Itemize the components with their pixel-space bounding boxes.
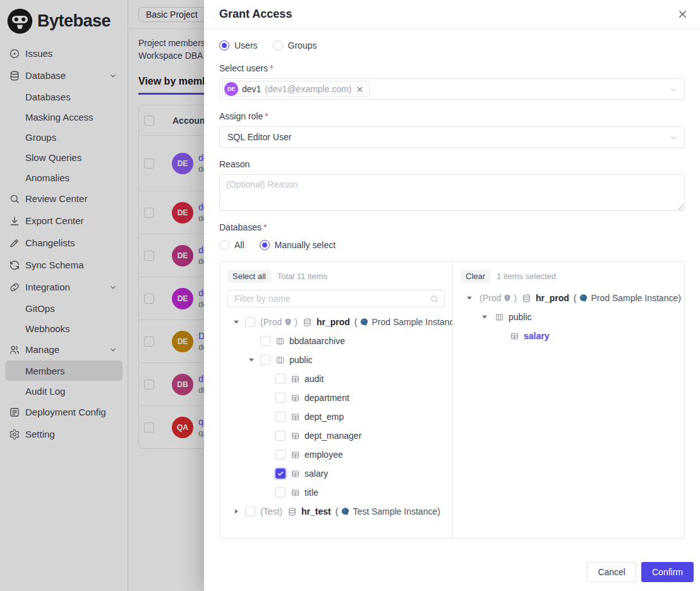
tree-node-employee[interactable]: employee: [227, 445, 445, 464]
collapse-icon[interactable]: [480, 312, 490, 322]
collapse-icon[interactable]: [231, 317, 241, 327]
tree-node-salary[interactable]: salary: [461, 326, 677, 345]
radio-users-control[interactable]: [219, 40, 229, 51]
table-icon: [291, 469, 300, 479]
node-checkbox[interactable]: [275, 412, 286, 422]
source-pane-header: Select all Total 11 items: [227, 268, 445, 284]
user-email: (dev1@example.com): [265, 84, 351, 94]
node-checkbox[interactable]: [260, 336, 270, 346]
modal-title: Grant Access: [219, 8, 292, 21]
node-checkbox[interactable]: [245, 506, 255, 516]
radio-groups-label: Groups: [288, 40, 317, 51]
tree-node-bbdataarchive[interactable]: bbdataarchive: [227, 331, 445, 350]
selected-items-count: 1 items selected: [497, 272, 556, 281]
tree-node-hr_prod[interactable]: (Prod)hr_prod(Prod Sample Instance): [461, 289, 677, 307]
node-checkbox[interactable]: [275, 393, 286, 403]
confirm-button[interactable]: Confirm: [641, 562, 694, 582]
total-items-count: Total 11 items: [277, 272, 327, 281]
scope-radio-group: Users Groups: [219, 39, 685, 52]
collapse-icon[interactable]: [246, 355, 256, 365]
remove-user-icon[interactable]: [356, 85, 364, 93]
tree-node-salary[interactable]: salary: [227, 464, 445, 483]
tree-node-public[interactable]: public: [461, 307, 677, 326]
reason-input[interactable]: [220, 175, 684, 210]
reason-field-wrapper: [219, 174, 685, 211]
node-name: hr_prod: [536, 293, 569, 303]
radio-all-control[interactable]: [219, 240, 229, 250]
node-name: salary: [524, 331, 549, 341]
node-checkbox[interactable]: [275, 450, 286, 460]
node-name: hr_prod: [317, 317, 350, 327]
radio-groups[interactable]: Groups: [273, 40, 317, 51]
node-checkbox[interactable]: [275, 374, 286, 384]
close-icon[interactable]: [677, 8, 689, 20]
clear-button[interactable]: Clear: [461, 270, 490, 283]
node-name: public: [289, 355, 313, 365]
node-name: department: [305, 393, 349, 403]
schema-icon: [275, 337, 285, 346]
shield-icon: [503, 294, 512, 302]
database-transfer-panel: Select all Total 11 items (Prod)hr_prod(…: [219, 261, 685, 539]
radio-all-databases[interactable]: All: [219, 240, 244, 250]
shield-icon: [284, 318, 293, 326]
expand-icon[interactable]: [231, 506, 241, 516]
node-name: title: [305, 487, 318, 498]
tree-node-dept_emp[interactable]: dept_emp: [227, 407, 445, 426]
database-icon: [287, 507, 297, 516]
resize-handle[interactable]: [677, 203, 684, 210]
collapse-icon[interactable]: [464, 293, 474, 303]
postgres-icon: [341, 507, 350, 516]
radio-groups-control[interactable]: [273, 40, 283, 51]
table-icon: [291, 412, 300, 422]
filter-input[interactable]: [234, 294, 430, 304]
databases-label: Databases*: [219, 222, 685, 232]
assign-role-label: Assign role*: [219, 111, 685, 121]
node-name: audit: [305, 374, 323, 384]
tree-node-hr_prod[interactable]: (Prod)hr_prod(Prod Sample Instance): [227, 313, 445, 331]
node-checkbox[interactable]: [275, 431, 286, 441]
select-all-button[interactable]: Select all: [227, 270, 271, 283]
assign-role-select[interactable]: SQL Editor User: [219, 126, 685, 148]
radio-manual-label: Manually select: [275, 240, 336, 250]
radio-manually-select[interactable]: Manually select: [260, 240, 336, 250]
node-name: employee: [305, 450, 343, 460]
radio-users[interactable]: Users: [219, 40, 258, 51]
source-tree: (Prod)hr_prod(Prod Sample Instance)bbdat…: [227, 313, 445, 521]
tree-node-public[interactable]: public: [227, 350, 445, 369]
node-checkbox[interactable]: [260, 355, 270, 365]
user-avatar: DE: [224, 82, 238, 96]
user-name: dev1: [242, 84, 261, 94]
node-name: hr_test: [301, 506, 331, 516]
radio-users-label: Users: [234, 40, 258, 51]
node-name: public: [509, 312, 532, 322]
instance-label: (Prod Sample Instance): [354, 317, 453, 327]
modal-header: Grant Access: [204, 0, 700, 29]
table-icon: [291, 488, 300, 498]
tree-node-hr_test[interactable]: (Test)hr_test(Test Sample Instance): [227, 502, 445, 521]
node-checkbox[interactable]: [245, 317, 255, 327]
node-checkbox[interactable]: [275, 487, 286, 498]
schema-icon: [495, 313, 504, 322]
table-icon: [510, 331, 519, 341]
node-name: dept_emp: [305, 412, 344, 422]
tree-node-department[interactable]: department: [227, 388, 445, 407]
database-icon: [522, 294, 531, 303]
radio-manual-control[interactable]: [260, 240, 270, 250]
postgres-icon: [359, 318, 369, 327]
select-users-label: Select users*: [219, 63, 685, 73]
table-icon: [291, 393, 300, 403]
node-name: salary: [305, 469, 328, 479]
select-users-input[interactable]: DE dev1 (dev1@example.com): [219, 78, 685, 100]
chevron-down-icon: [669, 133, 678, 142]
chevron-down-icon: [669, 85, 678, 94]
database-icon: [303, 318, 312, 327]
check-icon: [277, 470, 284, 477]
instance-label: (Test Sample Instance): [335, 506, 440, 516]
tree-node-audit[interactable]: audit: [227, 369, 445, 388]
tree-node-dept_manager[interactable]: dept_manager: [227, 426, 445, 445]
schema-icon: [275, 355, 285, 365]
table-icon: [291, 374, 300, 384]
node-checkbox[interactable]: [275, 469, 286, 479]
tree-node-title[interactable]: title: [227, 483, 445, 502]
cancel-button[interactable]: Cancel: [587, 562, 636, 582]
